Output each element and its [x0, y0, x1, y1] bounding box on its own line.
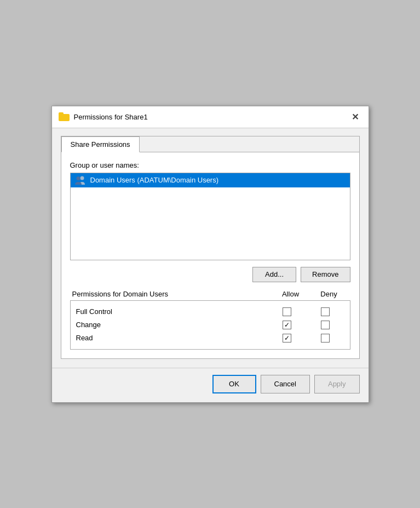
- permissions-table: Full Control Change: [70, 300, 350, 350]
- perm-deny-fullcontrol[interactable]: [306, 307, 344, 316]
- svg-point-1: [76, 176, 80, 180]
- perm-allow-header: Allow: [272, 290, 310, 298]
- perm-label-fullcontrol: Full Control: [76, 307, 268, 316]
- folder-icon: [59, 112, 70, 121]
- dialog-body: Share Permissions Group or user names:: [52, 128, 369, 368]
- dialog-footer: OK Cancel Apply: [52, 368, 369, 402]
- tab-header: Share Permissions: [61, 136, 359, 152]
- perm-deny-change[interactable]: [306, 321, 344, 329]
- tab-share-permissions[interactable]: Share Permissions: [61, 136, 140, 152]
- perm-label-read: Read: [76, 334, 268, 342]
- table-row: Full Control: [76, 305, 344, 318]
- group-users-label: Group or user names:: [70, 161, 350, 169]
- perm-deny-read[interactable]: [306, 334, 344, 343]
- dialog-title: Permissions for Share1: [74, 113, 148, 121]
- permissions-header: Permissions for Domain Users Allow Deny: [70, 290, 350, 298]
- table-row: Read: [76, 332, 344, 345]
- user-list[interactable]: Domain Users (ADATUM\Domain Users): [70, 173, 350, 260]
- apply-button[interactable]: Apply: [314, 375, 360, 393]
- user-item[interactable]: Domain Users (ADATUM\Domain Users): [71, 173, 350, 187]
- users-icon: [74, 175, 86, 185]
- remove-button[interactable]: Remove: [301, 267, 350, 282]
- add-button[interactable]: Add...: [252, 267, 296, 282]
- table-row: Change: [76, 318, 344, 332]
- close-button[interactable]: ✕: [349, 110, 362, 123]
- allow-checkbox-change[interactable]: [283, 321, 291, 329]
- svg-point-0: [80, 176, 84, 180]
- perm-deny-header: Deny: [310, 290, 348, 298]
- allow-checkbox-fullcontrol[interactable]: [283, 307, 291, 316]
- title-bar-left: Permissions for Share1: [59, 112, 148, 121]
- tab-container: Share Permissions Group or user names:: [61, 136, 360, 359]
- deny-checkbox-fullcontrol[interactable]: [321, 307, 330, 316]
- perm-allow-change[interactable]: [268, 321, 306, 329]
- deny-checkbox-read[interactable]: [321, 334, 330, 343]
- perm-allow-fullcontrol[interactable]: [268, 307, 306, 316]
- add-remove-buttons: Add... Remove: [70, 267, 350, 282]
- perm-allow-read[interactable]: [268, 334, 306, 343]
- cancel-button[interactable]: Cancel: [261, 375, 310, 393]
- user-name: Domain Users (ADATUM\Domain Users): [90, 176, 219, 184]
- title-bar: Permissions for Share1 ✕: [52, 106, 369, 128]
- dialog-window: Permissions for Share1 ✕ Share Permissio…: [51, 106, 369, 403]
- perm-name-header: Permissions for Domain Users: [72, 290, 272, 298]
- allow-checkbox-read[interactable]: [283, 334, 291, 343]
- perm-label-change: Change: [76, 321, 268, 329]
- ok-button[interactable]: OK: [212, 375, 256, 393]
- deny-checkbox-change[interactable]: [321, 321, 330, 329]
- tab-content: Group or user names:: [61, 152, 359, 358]
